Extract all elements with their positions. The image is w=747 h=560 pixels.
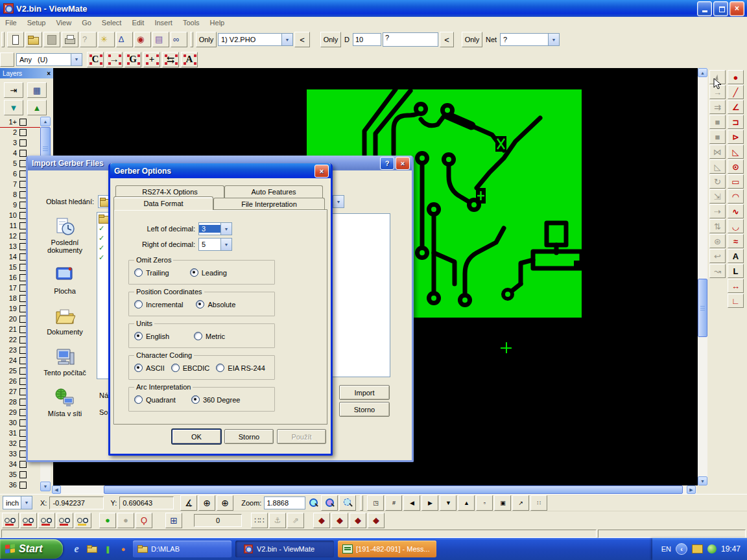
flash-aperture-icon[interactable]: ✳ [98, 32, 115, 47]
clip-select-icon[interactable]: ∷ [530, 495, 547, 511]
layer-color-swatch[interactable] [19, 150, 27, 157]
move-points-icon[interactable]: ⇉ [709, 100, 726, 114]
tray-mail-icon[interactable] [692, 544, 703, 554]
locate-target-icon[interactable]: ⊕ [217, 495, 233, 511]
film-layers-icon[interactable]: ▤ [152, 32, 169, 47]
select-trace-button[interactable]: ⇆ [162, 52, 179, 67]
draw-line-icon[interactable]: ╱ [728, 85, 744, 99]
radio-icon[interactable] [194, 332, 202, 340]
select-group-g-button[interactable]: G [124, 52, 141, 67]
rotate-icon[interactable]: ↻ [709, 174, 726, 189]
right-of-decimal-combo[interactable]: 5 ▼ [198, 238, 232, 251]
tile-view-button[interactable]: ⊞ [165, 513, 182, 528]
chevron-down-icon[interactable]: ▼ [281, 34, 292, 45]
draw-arc-icon[interactable]: ◠ [728, 189, 744, 204]
draw-label-icon[interactable]: L [728, 264, 744, 278]
taskbar-task-folder[interactable]: D:\MLAB [133, 541, 231, 557]
layer-color-swatch[interactable] [19, 139, 27, 146]
layer-row[interactable]: 1+ [0, 117, 40, 127]
chevron-down-icon[interactable]: ▼ [548, 34, 559, 45]
only-dcode-button[interactable]: Only [320, 32, 341, 47]
select-goto-arrow-button[interactable]: → [106, 52, 123, 67]
layer-color-swatch[interactable] [19, 482, 27, 489]
layer-insert-button[interactable]: ⇥ [4, 82, 23, 98]
zoom-window-icon[interactable] [321, 495, 338, 511]
center-target-icon[interactable]: ⊕ [198, 495, 215, 511]
flash-select-icon[interactable]: ◆ [313, 513, 330, 528]
menu-item[interactable]: Setup [22, 19, 51, 27]
radio-icon[interactable] [171, 364, 180, 372]
view-lines-glasses-icon[interactable] [20, 513, 37, 528]
only-layer-button[interactable]: Only [196, 32, 217, 47]
draw-circle-icon[interactable]: ⊙ [728, 159, 744, 174]
select-pad-plus-button[interactable]: + [143, 52, 160, 67]
radio-option[interactable]: English [134, 332, 169, 340]
scale-icon[interactable]: ⇲ [709, 189, 726, 204]
radio-icon[interactable] [196, 300, 204, 309]
tray-collapse-icon[interactable]: ‹ [676, 543, 687, 555]
zoom-select-icon[interactable] [339, 495, 356, 511]
chevron-down-icon[interactable]: ▼ [220, 223, 231, 235]
menu-item[interactable]: View [51, 19, 77, 27]
undo-icon[interactable]: ↩ [709, 249, 726, 263]
highlight-off-icon[interactable]: ● [117, 513, 134, 528]
zoom-value[interactable]: 1.8868 [264, 496, 305, 509]
radio-icon[interactable] [216, 364, 224, 372]
layer-move-up-button[interactable]: ▲ [27, 100, 47, 115]
scroll-up-icon[interactable]: ▲ [698, 68, 707, 77]
radio-icon[interactable] [190, 268, 198, 277]
measure-icon[interactable]: ∆ [116, 32, 133, 47]
net-combo[interactable]: ? ▼ [500, 33, 560, 46]
window-titlebar[interactable]: V2.bin - ViewMate × [0, 0, 747, 17]
flash-add-icon[interactable]: ◆ [331, 513, 348, 528]
freehand-icon[interactable]: ↝ [709, 264, 726, 278]
layer-row[interactable]: 2 [0, 127, 40, 137]
language-indicator[interactable]: EN [661, 545, 671, 553]
select-text-a-button[interactable]: A [181, 52, 198, 67]
pan-left-icon[interactable]: ◀ [403, 495, 420, 511]
prev-layer-button[interactable]: < [294, 32, 310, 47]
menu-item[interactable]: Tools [178, 19, 205, 27]
menu-item[interactable]: Edit [126, 19, 149, 27]
restore-button[interactable] [713, 1, 728, 16]
radio-icon[interactable] [134, 300, 143, 309]
chevron-down-icon[interactable]: ▼ [71, 54, 82, 65]
tab-data-format[interactable]: Data Format [113, 196, 213, 210]
draw-ref-arrow-icon[interactable]: ⊳ [728, 130, 744, 144]
only-net-button[interactable]: Only [462, 32, 482, 47]
place-item[interactable]: Plocha [36, 266, 94, 295]
import-button[interactable]: Import [339, 385, 390, 400]
close-icon[interactable]: × [47, 70, 51, 77]
menu-item[interactable]: Go [77, 19, 97, 27]
protractor-icon[interactable]: ∡ [180, 495, 197, 511]
taskbar-task-viewmate[interactable]: V2.bin - ViewMate [235, 541, 334, 557]
start-button[interactable]: Start [0, 539, 63, 559]
place-item[interactable]: Dokumenty [36, 307, 94, 336]
pan-down-icon[interactable]: ▼ [440, 495, 456, 511]
scroll-down-icon[interactable]: ▼ [40, 482, 51, 491]
chevron-down-icon[interactable]: ▼ [220, 239, 231, 250]
examine-glasses-icon[interactable]: ∞ [171, 32, 187, 47]
draw-text-icon[interactable]: A [728, 249, 744, 263]
left-of-decimal-combo[interactable]: 3 ▼ [198, 222, 232, 235]
step-origin-icon[interactable]: ▫ [476, 495, 493, 511]
radio-option[interactable]: Absolute [196, 300, 235, 309]
dcode-query-field[interactable]: ? [383, 32, 438, 47]
draw-outline-icon[interactable]: ⊐ [728, 115, 744, 129]
mirror-horizontal-icon[interactable]: ⋈ [709, 145, 726, 159]
radio-option[interactable]: 360 Degree [191, 395, 241, 404]
layer-film-button[interactable]: ▦ [27, 82, 47, 98]
radio-option[interactable]: Trailing [134, 268, 169, 277]
select-dcode-c-button[interactable]: C [87, 52, 104, 67]
scroll-right-icon[interactable]: ▶ [687, 485, 696, 494]
grid-origin-icon[interactable]: ◳ [367, 495, 384, 511]
cancel-button[interactable]: Storno [339, 402, 390, 417]
menu-item[interactable]: Select [97, 19, 127, 27]
view-shapes-glasses-icon[interactable] [38, 513, 55, 528]
radio-option[interactable]: Incremental [134, 300, 183, 309]
layer-color-swatch[interactable] [19, 119, 27, 126]
draw-arc-chord-icon[interactable]: ◡ [728, 219, 744, 233]
tray-messenger-icon[interactable] [707, 544, 717, 554]
highlight-on-icon[interactable]: ● [99, 513, 116, 528]
layers-panel-caption[interactable]: Layers × [0, 68, 53, 78]
